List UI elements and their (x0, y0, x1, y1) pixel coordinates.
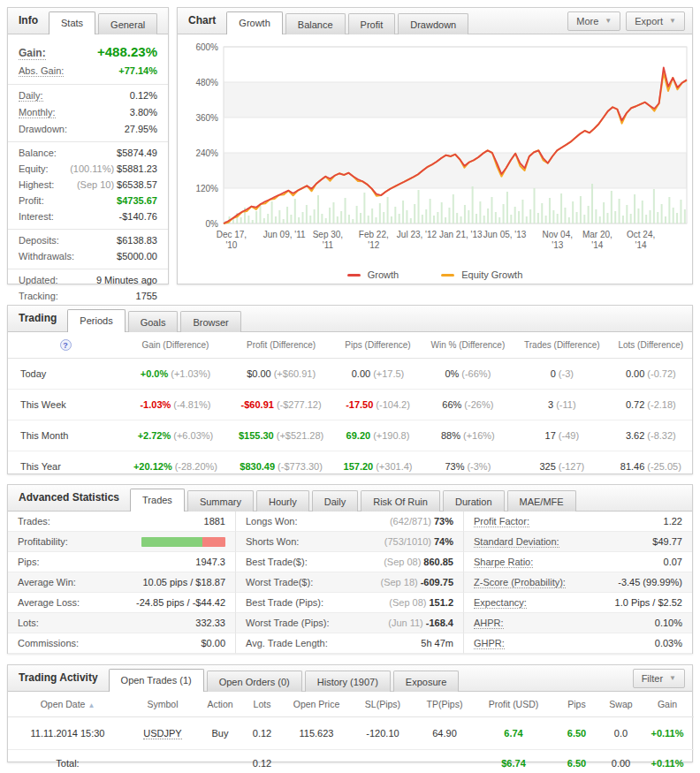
volume-bar (560, 193, 562, 224)
advanced-stat-number: 0.03% (655, 638, 682, 648)
info-label[interactable]: Monthly: (19, 107, 56, 118)
tab-risk-of-ruin[interactable]: Risk Of Ruin (361, 490, 440, 512)
tab-profit[interactable]: Profit (348, 13, 396, 34)
tab-drawdown[interactable]: Drawdown (398, 13, 468, 34)
volume-bar (352, 219, 354, 224)
tab-balance[interactable]: Balance (285, 13, 346, 34)
volume-bar (298, 217, 300, 224)
export-button[interactable]: Export ▼ (626, 11, 685, 31)
tab-mae-mfe[interactable]: MAE/MFE (507, 490, 576, 512)
info-label: Updated: (19, 275, 58, 285)
info-value: $4735.67 (117, 195, 157, 206)
tab-browser[interactable]: Browser (180, 311, 240, 332)
advanced-stat-cell: Longs Won:(642/871)73% (236, 512, 464, 532)
advanced-stat-value: 0.10% (655, 618, 682, 628)
y-axis-tick-label: 120% (195, 184, 218, 193)
advanced-stat-value: (Sep 08)860.85 (384, 557, 453, 567)
volume-bar (387, 197, 389, 224)
tab-duration[interactable]: Duration (443, 490, 505, 512)
tab-history[interactable]: History (1907) (305, 671, 391, 692)
tab-daily[interactable]: Daily (312, 490, 358, 512)
tab-exposure[interactable]: Exposure (393, 671, 459, 692)
tab-periods[interactable]: Periods (67, 309, 125, 332)
info-label: Deposits: (19, 235, 59, 246)
y-axis-tick-label: 0% (206, 219, 219, 229)
advanced-stat-label[interactable]: GHPR: (474, 638, 505, 649)
growth-chart-svg[interactable]: 600%480%360%240%120%0%Dec 17,'10Jun 09, … (178, 36, 692, 257)
tab-open-trades[interactable]: Open Trades (1) (109, 669, 204, 692)
period-value: 88% (441, 430, 460, 441)
advanced-stat-value: 332.33 (195, 618, 225, 628)
open-trade-value: 0.12 (253, 728, 271, 739)
caret-down-icon: ▼ (605, 17, 612, 25)
profitability-bar-win (141, 537, 202, 547)
total-cell (415, 750, 475, 773)
tab-summary[interactable]: Summary (187, 490, 254, 512)
caret-down-icon: ▼ (669, 17, 676, 25)
info-value: (100.11%)$5881.23 (70, 163, 157, 174)
period-difference: (-0.72) (647, 368, 675, 379)
info-row: Gain:+488.23% (8, 42, 168, 63)
period-value: 0 (551, 368, 556, 379)
volume-bar (491, 197, 492, 224)
filter-button[interactable]: Filter ▼ (633, 669, 685, 688)
total-row: Total:0.12$6.746.500.00+0.11% (8, 750, 694, 773)
tab-general[interactable]: General (98, 13, 157, 34)
volume-bar (487, 208, 489, 224)
info-body: Gain:+488.23%Abs. Gain:+77.14%Daily:0.12… (8, 34, 168, 308)
info-row: Updated:9 Minutes ago (8, 272, 168, 288)
advanced-stat-label[interactable]: Z-Score (Probability): (474, 577, 566, 588)
period-value: $155.30 (239, 430, 274, 441)
advanced-stat-label[interactable]: Profit Factor: (474, 516, 529, 527)
activity-header-row: Open Date▲SymbolActionLotsOpen PriceSL(P… (8, 692, 694, 717)
info-group: Daily:0.12%Monthly:3.80%Drawdown:27.95% (8, 85, 168, 142)
activity-panel-title: Trading Activity (13, 671, 109, 691)
advanced-stat-label[interactable]: AHPR: (474, 618, 504, 629)
chart-band (224, 82, 687, 117)
more-button[interactable]: More ▼ (567, 11, 620, 31)
volume-bar (255, 211, 257, 224)
period-value: +2.72% (138, 430, 171, 441)
period-cell: +20.12%(-28.20%) (123, 451, 228, 482)
advanced-stat-label: Avg. Trade Length: (246, 638, 328, 648)
tab-goals[interactable]: Goals (128, 311, 179, 332)
volume-bar (534, 188, 536, 224)
trading-activity-panel: Trading Activity Open Trades (1) Open Or… (7, 664, 693, 762)
activity-column-header[interactable]: Open Date▲ (8, 692, 127, 717)
volume-bar (634, 194, 635, 224)
tab-hourly[interactable]: Hourly (256, 490, 309, 512)
help-icon[interactable]: ? (60, 339, 72, 351)
period-cell: 0.72(-2.18) (610, 390, 692, 421)
info-label[interactable]: Daily: (19, 90, 43, 102)
advanced-stat-label[interactable]: Standard Deviation: (474, 536, 559, 548)
volume-bar (259, 204, 261, 224)
volume-bar (437, 212, 438, 224)
tab-growth[interactable]: Growth (226, 11, 282, 34)
symbol-link[interactable]: USDJPY (143, 728, 181, 739)
tab-stats[interactable]: Stats (49, 11, 95, 34)
y-axis-tick-label: 240% (195, 148, 218, 158)
advanced-stat-label[interactable]: Sharpe Ratio: (474, 557, 533, 568)
advanced-stat-label[interactable]: Expectancy: (474, 597, 527, 609)
volume-bar (564, 208, 566, 224)
total-cell: 0.12 (242, 750, 282, 773)
advanced-stat-cell: Avg. Trade Length:5h 47m (236, 633, 464, 654)
profitability-bar-loss (202, 537, 225, 547)
tab-open-orders[interactable]: Open Orders (0) (207, 671, 302, 692)
period-difference: (-$277.12) (277, 399, 322, 410)
activity-column-header: Action (198, 692, 242, 717)
info-value: 0.12% (130, 90, 157, 101)
volume-bar (356, 206, 358, 224)
volume-bar (283, 219, 285, 224)
info-label[interactable]: Gain: (19, 47, 46, 60)
open-trade-cell: Buy (198, 717, 242, 750)
volume-bar (430, 199, 431, 224)
volume-bar (271, 201, 273, 224)
volume-bar (498, 217, 500, 224)
tab-trades[interactable]: Trades (130, 489, 185, 512)
periods-row: Today+0.0%(+1.03%)$0.00(+$60.91)0.00(+17… (8, 359, 692, 390)
info-label[interactable]: Abs. Gain: (19, 65, 64, 77)
advanced-stat-prefix: (Sep 18) (380, 577, 417, 587)
more-button-label: More (576, 16, 598, 27)
advanced-stat-value: 10.05 pips / $18.87 (142, 577, 225, 587)
